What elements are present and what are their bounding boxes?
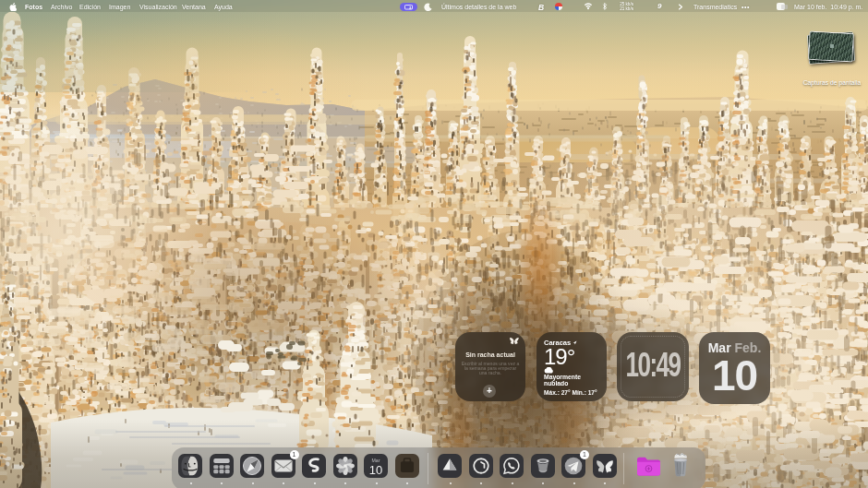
svg-text:10: 10 — [369, 463, 382, 477]
